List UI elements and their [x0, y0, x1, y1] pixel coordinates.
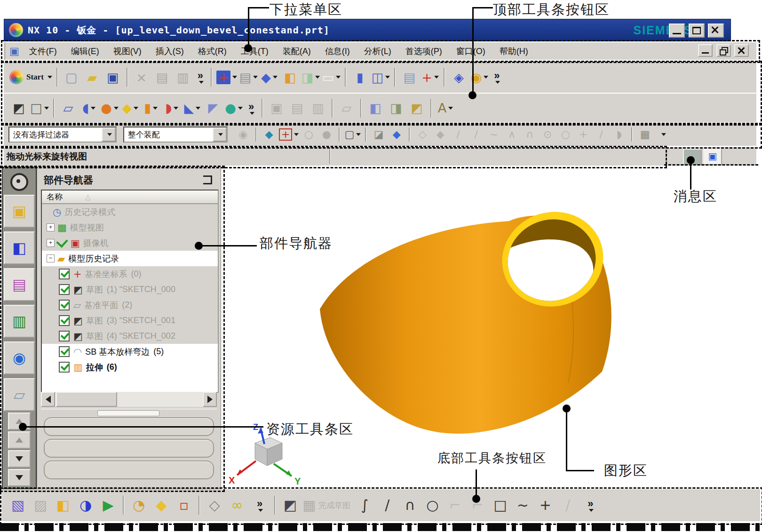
tree-row-2[interactable]: +▦模型视图 [42, 220, 218, 235]
image-capture-button[interactable]: ▨ [30, 493, 51, 517]
system-menu-icon[interactable]: ▣ [9, 45, 19, 57]
tree-row-6[interactable]: ◩草图(1) “SKETCH_000 [42, 282, 218, 297]
profile-spline-button[interactable]: ∫ [354, 493, 375, 517]
cut-button[interactable]: × [132, 67, 151, 87]
snap-spline-pole-button[interactable]: ∧ [504, 126, 520, 143]
preview-section-bar[interactable] [44, 461, 214, 479]
row1-overflow-button[interactable]: » [491, 67, 503, 87]
menu-item-1[interactable]: 文件(F) [22, 44, 64, 59]
constraint-step-button[interactable]: ◧ [366, 98, 385, 119]
jog-button[interactable]: ◣ [183, 98, 202, 119]
row2-overflow-button[interactable]: » [245, 98, 257, 119]
relations-browse-button[interactable]: ◉ [235, 126, 251, 143]
clip-section-button[interactable]: ◧ [280, 67, 299, 87]
contour-flange-button[interactable]: ▮ [142, 98, 160, 119]
tree-row-9[interactable]: ◩草图(4) “SKETCH_002 [42, 328, 218, 344]
adjust-tool-button[interactable]: ◔ [128, 493, 149, 517]
checkbox-checked[interactable] [59, 346, 70, 357]
show-hide-button[interactable]: ▮ [350, 67, 369, 87]
assembly-arrangements-button[interactable]: ▤ [288, 98, 307, 119]
sketch-button[interactable]: ◩ [9, 98, 28, 119]
checkbox-checked[interactable] [59, 331, 70, 341]
tree-row-10[interactable]: ◠SB 基本放样弯边(5) [42, 344, 218, 359]
new-file-button[interactable]: ▢ [62, 67, 81, 87]
paste-button[interactable]: ▥ [174, 67, 192, 87]
snap-on-line2-button[interactable]: / [468, 126, 484, 143]
arc-tool-button[interactable]: ∩ [399, 493, 420, 517]
selection-filter-combo[interactable]: 没有选择过滤器 [8, 127, 117, 143]
quick-trim-button[interactable]: / [557, 493, 578, 517]
combo-arrow-icon[interactable] [102, 127, 116, 142]
mdi-minimize-button[interactable] [698, 44, 713, 57]
details-section-bar[interactable] [44, 439, 214, 458]
bend-button[interactable]: ◗ [162, 98, 181, 119]
mdi-restore-button[interactable] [716, 44, 731, 57]
history-palette-tab[interactable]: ▱ [4, 378, 35, 411]
tree-row-4[interactable]: −▰模型历史记录 [42, 251, 218, 266]
menu-item-8[interactable]: 信息(I) [318, 44, 357, 59]
scroll-left-button[interactable] [41, 392, 55, 407]
snap-face-button[interactable]: ◗ [611, 126, 627, 143]
highlight-solid-button[interactable]: ◆ [389, 126, 405, 143]
sidebar-scroll-up2-button[interactable] [8, 431, 31, 449]
assembly-sequence-button[interactable]: ▥ [309, 98, 327, 119]
reverse-blank-button[interactable]: ◫ [371, 67, 390, 87]
snap-arc-center-button[interactable]: ∩ [522, 126, 538, 143]
tree-row-8[interactable]: ◩草图(3) “SKETCH_001 [42, 313, 218, 328]
close-button[interactable] [708, 24, 724, 38]
snap-handles-button[interactable]: ◆ [261, 126, 277, 143]
window-display-button[interactable]: ▭ [322, 67, 341, 87]
bottom-overflow2-button[interactable]: » [580, 493, 601, 517]
reuse-library-tab[interactable]: ▥ [4, 305, 35, 338]
angle-step-button[interactable]: ◨ [387, 98, 405, 119]
menu-item-3[interactable]: 视图(V) [106, 44, 149, 59]
snap-quadrant-button[interactable]: ○ [557, 126, 573, 143]
panel-splitter[interactable] [41, 409, 217, 417]
tree-row-3[interactable]: +▣摄像机 [42, 235, 218, 251]
scrollbar-thumb[interactable] [56, 392, 117, 407]
open-file-button[interactable]: ▰ [83, 67, 102, 87]
point-tool-button[interactable]: + [535, 493, 556, 517]
marquee-select-button[interactable]: ▢ [344, 126, 361, 143]
combo-arrow-icon[interactable] [213, 127, 227, 142]
snap-point-button[interactable]: + [279, 126, 299, 143]
view-orient-button[interactable]: ◨ [301, 67, 320, 87]
graphics-viewport[interactable]: X Y Z [221, 166, 758, 489]
layer-settings-button[interactable]: ▤ [400, 67, 419, 87]
wave-link-button[interactable]: ∞ [227, 493, 247, 517]
rotate-point-button[interactable]: ○ [301, 126, 317, 143]
bead-button[interactable]: ◆ [121, 98, 140, 119]
menu-item-10[interactable]: 首选项(P) [398, 44, 449, 59]
convert-to-sheetmetal-button[interactable]: ● [224, 98, 243, 119]
circle-tool-button[interactable]: ○ [422, 493, 443, 517]
print-button[interactable]: ▤ [239, 67, 258, 87]
scroll-right-button[interactable] [203, 392, 217, 407]
sidebar-scroll-down2-button[interactable] [8, 469, 31, 486]
annotation-note-button[interactable]: A [436, 98, 455, 119]
snap-on-line-button[interactable]: / [450, 126, 466, 143]
menu-item-9[interactable]: 分析(L) [357, 44, 398, 59]
row3-more-button[interactable] [655, 126, 671, 143]
web-browser-tab[interactable]: ◉ [4, 341, 35, 374]
move-object-button[interactable]: ◧ [53, 493, 73, 517]
mdi-close-button[interactable] [734, 44, 749, 57]
navigator-hscrollbar[interactable] [41, 392, 217, 407]
tab-feature-button[interactable]: ▱ [59, 98, 78, 119]
maximize-button[interactable] [689, 24, 705, 38]
tree-column-header[interactable]: 名称 △ [42, 191, 218, 204]
expand-icon[interactable]: + [47, 239, 55, 247]
expand-icon[interactable]: + [47, 223, 55, 231]
constraint-navigator-tab[interactable]: ◧ [4, 231, 35, 264]
menu-item-2[interactable]: 编辑(E) [64, 44, 106, 59]
sort-indicator-icon[interactable]: △ [85, 193, 91, 201]
move-pole-button[interactable]: ● [318, 126, 334, 143]
menu-item-5[interactable]: 格式(R) [191, 44, 234, 59]
highlight-shaded-button[interactable]: ◪ [371, 126, 387, 143]
message-window-button[interactable]: ▣ [703, 149, 722, 165]
snap-midpoint-button[interactable]: ◇ [414, 126, 430, 143]
dimple-button[interactable]: ● [100, 98, 119, 119]
assembly-navigator-tab[interactable]: ▣ [4, 195, 35, 228]
menu-item-12[interactable]: 帮助(H) [492, 44, 535, 59]
standard-overflow-button[interactable]: » [194, 67, 206, 87]
checkbox-checked[interactable] [59, 362, 70, 373]
